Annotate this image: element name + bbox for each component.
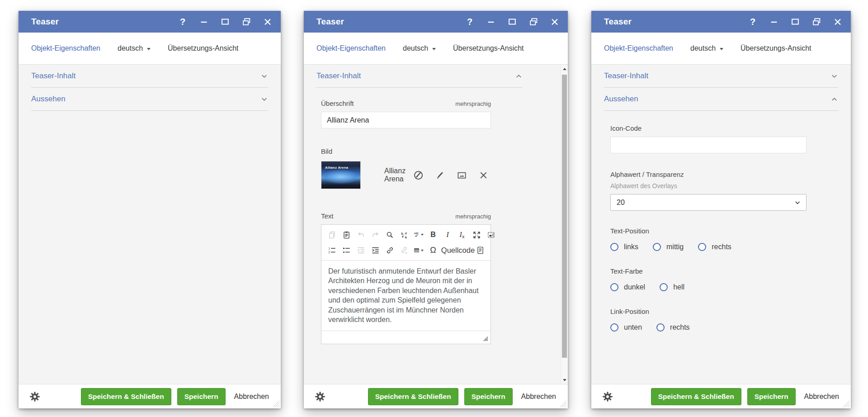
cancel-button[interactable]: Abbrechen <box>231 389 272 405</box>
language-dropdown[interactable]: deutsch <box>690 44 723 52</box>
radio-option-dunkel[interactable]: dunkel <box>610 283 645 291</box>
minimize-icon[interactable] <box>199 16 209 27</box>
table-icon[interactable] <box>414 245 424 256</box>
tab-translation-view[interactable]: Übersetzungs-Ansicht <box>453 44 524 52</box>
gear-icon[interactable] <box>601 390 614 403</box>
gear-icon[interactable] <box>28 390 41 403</box>
save-close-button[interactable]: Speichern & Schließen <box>651 388 741 405</box>
maximize-editor-icon[interactable] <box>472 229 481 240</box>
radio-button[interactable] <box>653 243 661 251</box>
tab-object-properties[interactable]: Objekt-Eigenschaften <box>316 44 386 52</box>
restore-icon[interactable] <box>528 16 538 27</box>
save-button[interactable]: Speichern <box>177 388 226 405</box>
redo-icon[interactable] <box>370 229 380 240</box>
radio-button[interactable] <box>610 243 618 251</box>
bold-icon[interactable]: B <box>428 229 438 240</box>
close-icon[interactable] <box>833 16 843 27</box>
vertical-scrollbar <box>561 65 568 384</box>
source-code-icon[interactable]: Quellcode <box>443 245 471 256</box>
image-info-icon[interactable] <box>456 169 467 181</box>
minimize-icon[interactable] <box>486 16 496 27</box>
close-icon[interactable] <box>263 16 273 27</box>
tab-translation-view[interactable]: Übersetzungs-Ansicht <box>741 44 811 52</box>
resize-handle[interactable] <box>560 400 566 407</box>
special-char-icon[interactable]: Ω <box>428 245 438 256</box>
editor-text-area[interactable]: Der futuristisch anmutende Entwurf der B… <box>321 260 491 331</box>
radio-button[interactable] <box>660 283 668 291</box>
bullet-list-icon[interactable] <box>341 245 351 256</box>
restore-icon[interactable] <box>241 16 251 27</box>
gear-icon[interactable] <box>314 390 326 403</box>
radio-button[interactable] <box>656 323 665 332</box>
tab-object-properties[interactable]: Objekt-Eigenschaften <box>604 44 673 52</box>
alpha-select[interactable]: 20 <box>610 194 807 211</box>
remove-icon[interactable] <box>477 169 489 181</box>
radio-button[interactable] <box>698 243 706 251</box>
resize-handle[interactable] <box>273 400 279 407</box>
paste-icon[interactable] <box>341 229 351 240</box>
radio-button[interactable] <box>610 283 618 291</box>
section-teaser-inhalt[interactable]: Teaser-Inhalt <box>31 65 268 88</box>
scroll-up-icon[interactable] <box>561 66 568 72</box>
maximize-icon[interactable] <box>790 16 800 27</box>
image-thumbnail[interactable]: Allianz Arena <box>321 161 361 189</box>
icon-code-input[interactable] <box>610 137 807 153</box>
remove-format-icon[interactable]: Ix <box>457 229 467 240</box>
save-button[interactable]: Speichern <box>747 388 796 405</box>
save-close-button[interactable]: Speichern & Schließen <box>368 388 458 405</box>
search-icon[interactable] <box>385 229 395 240</box>
section-aussehen[interactable]: Aussehen <box>31 88 268 111</box>
radio-option-rechts[interactable]: rechts <box>656 323 690 332</box>
titlebar[interactable]: Teaser ? <box>19 11 281 33</box>
tab-translation-view[interactable]: Übersetzungs-Ansicht <box>168 44 239 52</box>
titlebar[interactable]: Teaser ? <box>591 11 851 33</box>
editor-resize-handle[interactable] <box>483 336 488 341</box>
show-blocks-icon[interactable] <box>486 229 496 240</box>
radio-option-mittig[interactable]: mittig <box>653 243 684 251</box>
outdent-icon[interactable] <box>356 245 366 256</box>
help-icon[interactable]: ? <box>178 16 188 27</box>
radio-option-rechts[interactable]: rechts <box>698 243 731 251</box>
radio-option-links[interactable]: links <box>610 243 638 251</box>
section-teaser-inhalt[interactable]: Teaser-Inhalt <box>316 65 523 88</box>
maximize-icon[interactable] <box>507 16 517 27</box>
indent-icon[interactable] <box>370 245 380 256</box>
maximize-icon[interactable] <box>220 16 230 27</box>
language-dropdown[interactable]: deutsch <box>403 44 436 52</box>
tab-object-properties[interactable]: Objekt-Eigenschaften <box>31 44 100 52</box>
close-icon[interactable] <box>550 16 560 27</box>
teaser-dialog-right: Teaser ? Objekt-Eigenschaften deutsch Üb… <box>591 11 851 408</box>
spellcheck-icon[interactable]: ABC <box>414 229 424 240</box>
titlebar[interactable]: Teaser ? <box>304 11 568 33</box>
tab-bar: Objekt-Eigenschaften deutsch Übersetzung… <box>19 33 281 65</box>
unlink-icon[interactable] <box>399 245 409 256</box>
help-icon[interactable]: ? <box>465 16 475 27</box>
copy-icon[interactable] <box>327 229 337 240</box>
chevron-down-icon <box>794 199 801 206</box>
gallery-edit-icon[interactable] <box>412 169 424 181</box>
radio-option-unten[interactable]: unten <box>610 323 642 332</box>
save-close-button[interactable]: Speichern & Schließen <box>81 388 171 405</box>
scrollbar-thumb[interactable] <box>562 75 567 358</box>
radio-option-hell[interactable]: hell <box>660 283 684 291</box>
cancel-button[interactable]: Abbrechen <box>519 389 559 405</box>
radio-button[interactable] <box>610 323 618 332</box>
resize-handle[interactable] <box>843 400 849 407</box>
link-icon[interactable] <box>385 245 395 256</box>
scroll-down-icon[interactable] <box>561 377 568 383</box>
templates-icon[interactable] <box>475 245 485 256</box>
italic-icon[interactable]: I <box>443 229 453 240</box>
minimize-icon[interactable] <box>769 16 779 27</box>
replace-icon[interactable]: ba <box>399 229 409 240</box>
cancel-button[interactable]: Abbrechen <box>802 389 842 405</box>
heading-input[interactable] <box>321 112 491 128</box>
help-icon[interactable]: ? <box>748 16 758 27</box>
restore-icon[interactable] <box>811 16 821 27</box>
save-button[interactable]: Speichern <box>464 388 513 405</box>
undo-icon[interactable] <box>356 229 366 240</box>
section-teaser-inhalt[interactable]: Teaser-Inhalt <box>604 65 838 88</box>
language-dropdown[interactable]: deutsch <box>118 44 151 52</box>
numbered-list-icon[interactable]: 12 <box>327 245 337 256</box>
pencil-icon[interactable] <box>434 169 446 181</box>
section-aussehen[interactable]: Aussehen <box>604 88 838 111</box>
